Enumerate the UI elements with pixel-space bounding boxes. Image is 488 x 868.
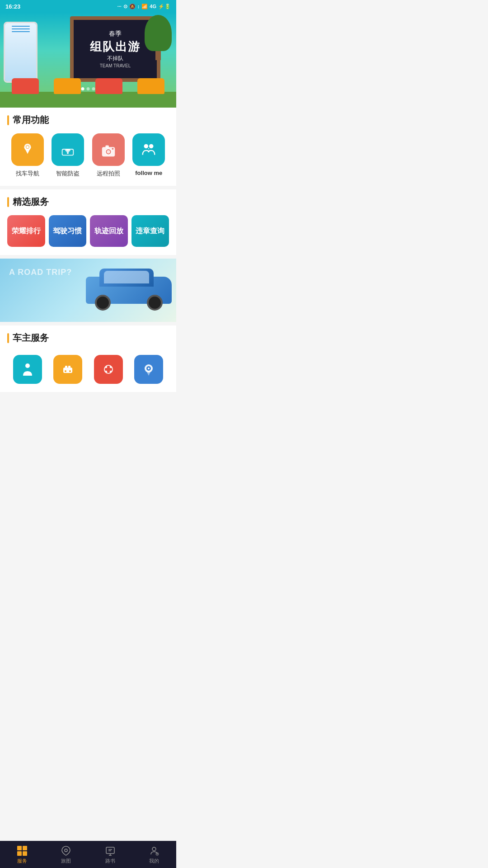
banner-text2: 组队出游 xyxy=(90,39,141,55)
owner-item-travel[interactable] xyxy=(13,355,42,384)
car-nav-icon xyxy=(19,141,36,158)
community-icon xyxy=(141,361,157,377)
owner-title: 车主服务 xyxy=(13,332,49,344)
svg-rect-17 xyxy=(68,366,70,368)
time: 16:23 xyxy=(5,3,20,10)
ad-text: A ROAD TRIP? xyxy=(9,268,72,277)
rescue-icon xyxy=(100,361,117,377)
common-title-row: 常用功能 xyxy=(7,114,169,126)
title-bar-accent-2 xyxy=(7,197,9,207)
status-bar: 16:23 ··· ⊙ 🔕 ↕ 📶 4G ⚡🔋 xyxy=(0,0,176,13)
common-title: 常用功能 xyxy=(13,114,49,126)
services-grid: 荣耀排行 驾驶习惯 轨迹回放 违章查询 xyxy=(7,215,169,247)
car-red-1 xyxy=(12,78,39,94)
owner-icon-community xyxy=(134,355,163,384)
service-track[interactable]: 轨迹回放 xyxy=(90,215,128,247)
func-item-followme[interactable]: follow me xyxy=(132,133,165,176)
svg-point-19 xyxy=(69,370,71,372)
maintain-icon xyxy=(60,361,76,377)
status-icons: ··· ⊙ 🔕 ↕ 📶 4G ⚡🔋 xyxy=(117,4,171,9)
func-item-camera[interactable]: 远程拍照 xyxy=(92,133,125,178)
svg-rect-9 xyxy=(105,146,109,148)
svg-point-10 xyxy=(112,148,113,150)
car-orange-2 xyxy=(137,78,164,94)
func-icon-shield xyxy=(52,133,84,166)
selected-title: 精选服务 xyxy=(13,196,49,208)
svg-point-8 xyxy=(107,150,110,154)
banner-text3: 不掉队 xyxy=(107,55,123,62)
ad-car xyxy=(86,268,172,313)
dot-3[interactable] xyxy=(92,87,95,90)
dot-2[interactable] xyxy=(87,87,90,90)
phone-mockup xyxy=(4,22,38,83)
dot-1[interactable] xyxy=(81,87,84,90)
selected-title-row: 精选服务 xyxy=(7,196,169,208)
selected-services-section: 精选服务 荣耀排行 驾驶习惯 轨迹回放 违章查询 xyxy=(0,189,176,255)
svg-point-25 xyxy=(148,368,150,369)
svg-rect-16 xyxy=(65,366,67,368)
svg-point-14 xyxy=(25,363,30,368)
owner-icons-row xyxy=(7,351,169,384)
func-label-followme: follow me xyxy=(135,170,162,176)
common-functions-section: 常用功能 找车导航 xyxy=(0,108,176,186)
follow-me-icon xyxy=(140,141,157,158)
service-violation[interactable]: 违章查询 xyxy=(131,215,169,247)
svg-point-2 xyxy=(26,146,29,148)
car-shield-icon xyxy=(59,141,76,158)
owner-item-rescue[interactable] xyxy=(94,355,123,384)
service-drive[interactable]: 驾驶习惯 xyxy=(49,215,87,247)
banner-text1: 春季 xyxy=(109,30,122,38)
func-item-nav[interactable]: 找车导航 xyxy=(11,133,44,178)
func-label-shield: 智能防盗 xyxy=(56,170,80,178)
svg-point-5 xyxy=(67,152,69,154)
banner: 春季 组队出游 不掉队 TEAM TRAVEL xyxy=(0,13,176,108)
ad-banner: A ROAD TRIP? xyxy=(0,259,176,322)
func-label-nav: 找车导航 xyxy=(16,170,39,178)
owner-title-row: 车主服务 xyxy=(7,332,169,344)
svg-point-11 xyxy=(144,144,149,149)
tree-decoration xyxy=(145,15,172,60)
banner-text4: TEAM TRAVEL xyxy=(100,63,131,68)
owner-services-section: 车主服务 xyxy=(0,326,176,392)
main-scroll: 春季 组队出游 不掉队 TEAM TRAVEL xyxy=(0,13,176,423)
owner-icon-travel xyxy=(13,355,42,384)
camera-icon xyxy=(100,141,117,158)
title-bar-accent-3 xyxy=(7,333,9,343)
owner-item-community[interactable] xyxy=(134,355,163,384)
car-red-2 xyxy=(95,78,122,94)
banner-dots xyxy=(81,87,95,90)
svg-rect-15 xyxy=(63,368,72,373)
cars-row xyxy=(0,78,176,94)
owner-icon-maintain xyxy=(53,355,82,384)
travel-icon xyxy=(19,361,36,377)
func-icon-nav xyxy=(11,133,44,166)
func-icon-camera xyxy=(92,133,125,166)
owner-item-maintain[interactable] xyxy=(53,355,82,384)
func-label-camera: 远程拍照 xyxy=(97,170,120,178)
func-item-shield[interactable]: 智能防盗 xyxy=(52,133,84,178)
func-grid: 找车导航 智能防盗 xyxy=(7,133,169,178)
car-orange-1 xyxy=(54,78,81,94)
ground xyxy=(0,92,176,108)
title-bar-accent xyxy=(7,115,9,125)
service-honor[interactable]: 荣耀排行 xyxy=(7,215,45,247)
svg-point-12 xyxy=(149,144,154,149)
svg-point-18 xyxy=(65,370,66,372)
svg-rect-22 xyxy=(105,368,112,371)
func-icon-followme xyxy=(132,133,165,166)
owner-icon-rescue xyxy=(94,355,123,384)
